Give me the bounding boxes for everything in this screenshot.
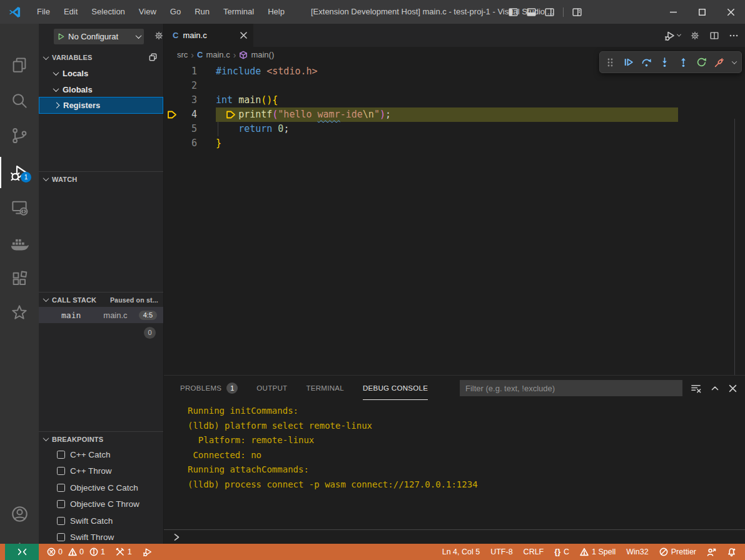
extensions-icon[interactable]: [0, 266, 39, 291]
tab-debug-console[interactable]: DEBUG CONSOLE: [363, 376, 428, 401]
tab-problems[interactable]: PROBLEMS 1: [180, 376, 238, 401]
breakpoint-gutter[interactable]: [167, 139, 177, 148]
spell-checker-status[interactable]: 1 Spell: [580, 548, 616, 556]
code-line-4[interactable]: 4 printf("hello wamr-ide\n");: [164, 108, 745, 122]
code-line-1[interactable]: 1#include <stdio.h>: [164, 64, 745, 79]
chevron-down-icon: [43, 296, 49, 302]
source-control-icon[interactable]: [0, 123, 39, 148]
menu-item-view[interactable]: View: [132, 4, 163, 20]
breadcrumb-folder[interactable]: src: [177, 50, 188, 59]
breakpoint-item[interactable]: C++ Throw: [39, 463, 163, 480]
split-editor-icon[interactable]: [709, 31, 719, 41]
tab-output[interactable]: OUTPUT: [256, 376, 287, 401]
breakpoint-item[interactable]: C++ Catch: [39, 446, 163, 463]
menu-item-selection[interactable]: Selection: [84, 4, 131, 20]
variables-view-action-icon[interactable]: [148, 52, 158, 62]
editor-gear-icon[interactable]: [690, 31, 700, 41]
breakpoint-checkbox[interactable]: [57, 484, 65, 492]
tab-main-c[interactable]: C main.c: [164, 24, 253, 47]
encoding-indicator[interactable]: UTF-8: [490, 548, 512, 556]
notifications-bell[interactable]: [727, 548, 736, 557]
breakpoint-arrow-icon[interactable]: [167, 110, 177, 119]
breakpoint-checkbox[interactable]: [57, 467, 65, 475]
debug-bug-icon: [143, 547, 153, 557]
breakpoint-item[interactable]: Objective C Catch: [39, 479, 163, 496]
breadcrumb-file[interactable]: main.c: [206, 50, 230, 59]
remote-indicator[interactable]: [5, 544, 39, 560]
breakpoint-gutter[interactable]: [167, 81, 177, 91]
menu-item-terminal[interactable]: Terminal: [216, 4, 261, 20]
breakpoint-checkbox[interactable]: [57, 500, 65, 508]
breakpoint-gutter[interactable]: [167, 67, 177, 76]
run-or-debug-button[interactable]: [664, 30, 681, 41]
breakpoints-section-header[interactable]: BREAKPOINTS: [39, 431, 163, 446]
code-line-5[interactable]: 5 return 0;: [164, 122, 745, 136]
clear-console-icon[interactable]: [691, 383, 701, 394]
titlebar-separator: [563, 8, 564, 17]
feedback-status[interactable]: [707, 548, 716, 557]
menu-item-edit[interactable]: Edit: [57, 4, 84, 20]
watch-section-header[interactable]: WATCH: [39, 171, 163, 186]
star-icon[interactable]: [0, 300, 39, 325]
code-line-2[interactable]: 2: [164, 79, 745, 93]
debug-console-output: Running initCommands:(lldb) platform sel…: [164, 401, 745, 529]
call-stack-frame-row[interactable]: main main.c 4:5: [39, 307, 163, 323]
menu-item-help[interactable]: Help: [261, 4, 291, 20]
menu-item-go[interactable]: Go: [163, 4, 188, 20]
run-and-debug-icon[interactable]: [0, 160, 39, 185]
debug-settings-gear-icon[interactable]: [154, 31, 164, 41]
toggle-secondary-sidebar-icon[interactable]: [545, 8, 554, 17]
tab-terminal[interactable]: TERMINAL: [306, 376, 344, 401]
eol-indicator[interactable]: CRLF: [524, 548, 544, 556]
maximize-panel-icon[interactable]: [711, 384, 719, 392]
formatter-status[interactable]: Prettier: [659, 548, 696, 556]
breakpoint-item[interactable]: Swift Catch: [39, 512, 163, 529]
console-filter-input[interactable]: [460, 380, 682, 396]
customize-layout-icon[interactable]: [572, 8, 582, 17]
tools-status[interactable]: 1: [116, 548, 132, 556]
breakpoint-checkbox[interactable]: [57, 517, 65, 525]
breakpoint-gutter[interactable]: [167, 96, 177, 105]
more-actions-icon[interactable]: [729, 31, 739, 41]
code-editor[interactable]: 1#include <stdio.h>23int main(){4 printf…: [164, 62, 745, 375]
console-line: Running attachCommands:: [188, 462, 745, 478]
code-line-6[interactable]: 6}: [164, 136, 745, 151]
variables-scope-locals[interactable]: Locals: [39, 65, 163, 81]
menu-item-run[interactable]: Run: [188, 4, 216, 20]
maximize-button[interactable]: [687, 0, 716, 24]
breakpoint-checkbox[interactable]: [57, 451, 65, 459]
platform-indicator[interactable]: Win32: [626, 548, 648, 556]
breakpoint-checkbox[interactable]: [57, 533, 65, 541]
toggle-panel-icon[interactable]: [527, 8, 536, 17]
explorer-icon[interactable]: [0, 52, 39, 78]
close-window-button[interactable]: [716, 0, 745, 24]
toggle-sidebar-icon[interactable]: [509, 8, 518, 17]
debug-status[interactable]: [143, 547, 153, 557]
language-mode[interactable]: {} C: [554, 548, 569, 556]
breadcrumb-symbol[interactable]: main(): [251, 50, 274, 59]
accounts-icon[interactable]: [0, 501, 39, 526]
problems-status[interactable]: 0 0 1: [47, 548, 105, 556]
code-line-3[interactable]: 3int main(){: [164, 93, 745, 108]
start-debug-icon[interactable]: [57, 32, 65, 41]
close-tab-icon[interactable]: [240, 32, 247, 39]
minimize-button[interactable]: [659, 0, 687, 24]
search-icon[interactable]: [0, 88, 39, 113]
docker-icon[interactable]: [0, 231, 39, 256]
breakpoint-gutter[interactable]: [167, 124, 177, 134]
variables-section-header[interactable]: VARIABLES: [39, 50, 163, 65]
close-panel-icon[interactable]: [729, 384, 737, 392]
warning-icon: [68, 548, 77, 556]
variables-scope-globals[interactable]: Globals: [39, 81, 163, 98]
menu-item-file[interactable]: File: [30, 4, 57, 20]
breakpoint-item[interactable]: Objective C Throw: [39, 496, 163, 513]
code-text: return 0;: [216, 122, 289, 136]
debug-console-input[interactable]: [164, 529, 745, 544]
cursor-position[interactable]: Ln 4, Col 5: [442, 548, 480, 556]
panel-header: PROBLEMS 1 OUTPUT TERMINAL DEBUG CONSOLE: [164, 376, 745, 401]
debug-configuration-dropdown[interactable]: No Configurat: [54, 29, 144, 44]
variables-scope-registers[interactable]: Registers: [39, 97, 163, 114]
call-stack-section-header[interactable]: CALL STACK Paused on st...: [39, 292, 163, 307]
remote-explorer-icon[interactable]: [0, 195, 39, 220]
call-stack-thread-row[interactable]: 0: [39, 324, 163, 341]
